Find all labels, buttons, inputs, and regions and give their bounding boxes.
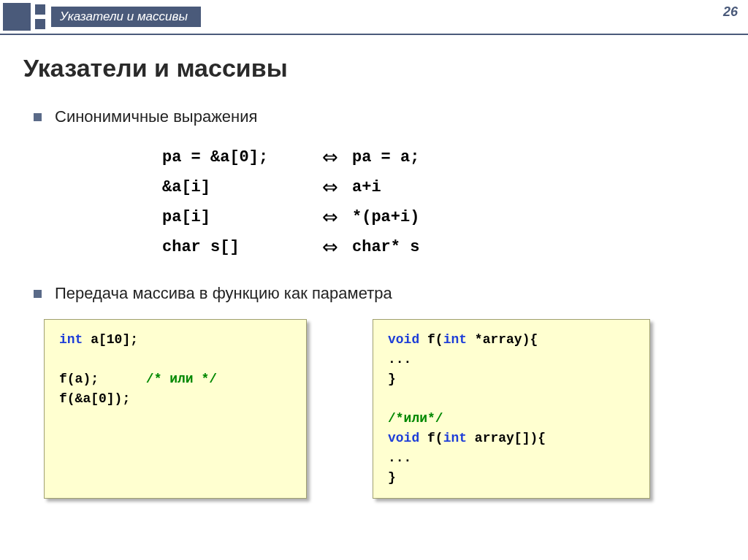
code-line: } [388,369,635,389]
code-comment: /* или */ [146,372,217,386]
code-text: array[]){ [467,431,546,445]
code-text: f(a); [59,372,99,386]
code-line: void f(int *array){ [388,330,635,350]
code-box-left: int a[10]; f(a); /* или */ f(&a[0]); [44,319,307,499]
code-line: ... [388,350,635,369]
code-line: int a[10]; [59,330,291,350]
bullet-item: Синонимичные выражения [34,107,725,126]
bullet-marker-icon [34,113,42,121]
code-padding [99,372,146,386]
equiv-arrow-icon: ⇔ [308,206,352,229]
equiv-right: char* s [352,238,498,256]
code-line: f(&a[0]); [59,389,291,409]
bullet-text: Синонимичные выражения [55,107,257,126]
code-keyword: void [388,431,419,445]
equiv-left: char s[] [162,238,308,256]
slide-header: Указатели и массивы 26 [0,0,748,35]
equiv-row: pa = &a[0]; ⇔ pa = a; [162,142,725,172]
code-examples: int a[10]; f(a); /* или */ f(&a[0]); voi… [44,319,725,499]
code-blank-line [59,350,291,369]
slide-content: Указатели и массивы Синонимичные выражен… [0,35,748,499]
equiv-row: char s[] ⇔ char* s [162,232,725,262]
code-line: } [388,468,635,488]
code-comment: /*или*/ [388,411,443,426]
code-keyword: int [59,332,83,347]
code-text: ... [388,450,411,465]
code-blank-line [388,389,635,409]
deco-square-small [35,4,45,15]
equiv-arrow-icon: ⇔ [308,176,352,199]
deco-square [3,3,31,31]
equiv-right: a+i [352,178,498,196]
code-text: f( [419,332,443,347]
deco-square-small [35,19,45,29]
equiv-left: pa = &a[0]; [162,148,308,166]
equiv-arrow-icon: ⇔ [308,146,352,169]
code-line: /*или*/ [388,409,635,429]
page-number: 26 [723,4,738,20]
deco-column [35,4,45,29]
code-keyword: int [443,431,467,445]
equivalence-table: pa = &a[0]; ⇔ pa = a; &a[i] ⇔ a+i pa[i] … [162,142,725,262]
header-decoration [0,0,45,34]
page-title: Указатели и массивы [23,54,725,83]
equiv-left: &a[i] [162,178,308,196]
code-keyword: void [388,332,419,347]
code-text: f(&a[0]); [59,391,130,406]
code-line: ... [388,448,635,468]
bullet-marker-icon [34,290,42,298]
code-text: ... [388,352,411,367]
equiv-right: pa = a; [352,148,498,166]
code-text: } [388,372,396,386]
code-text: *array){ [467,332,538,347]
code-text: a[10]; [83,332,138,347]
breadcrumb: Указатели и массивы [51,7,201,27]
bullet-text: Передача массива в функцию как параметра [55,284,392,303]
code-box-right: void f(int *array){ ... } /*или*/ void f… [373,319,650,499]
code-line: f(a); /* или */ [59,369,291,389]
equiv-arrow-icon: ⇔ [308,236,352,258]
code-keyword: int [443,332,467,347]
bullet-item: Передача массива в функцию как параметра [34,284,725,303]
equiv-right: *(pa+i) [352,208,498,226]
code-line: void f(int array[]){ [388,429,635,448]
equiv-row: pa[i] ⇔ *(pa+i) [162,202,725,232]
equiv-row: &a[i] ⇔ a+i [162,172,725,202]
code-text: } [388,470,396,485]
equiv-left: pa[i] [162,208,308,226]
code-text: f( [419,431,443,445]
